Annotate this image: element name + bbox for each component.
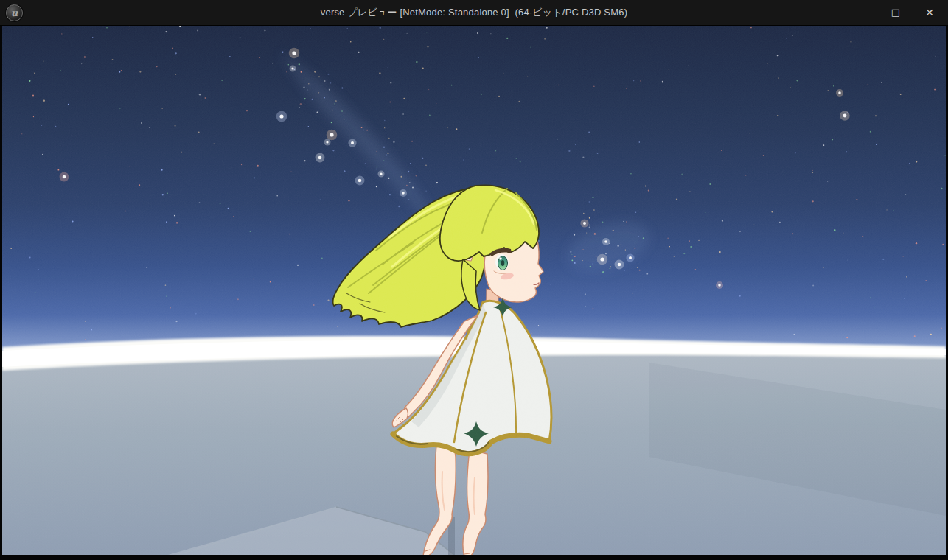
unreal-engine-logo-icon: u [6, 4, 23, 21]
game-viewport[interactable] [2, 25, 946, 555]
title-bar: u verse プレビュー [NetMode: Standalone 0] (6… [0, 0, 948, 26]
window-controls: — □ ✕ [845, 0, 947, 25]
window-title: verse プレビュー [NetMode: Standalone 0] (64-… [321, 0, 627, 25]
minimize-button[interactable]: — [845, 0, 879, 25]
maximize-button[interactable]: □ [879, 0, 913, 25]
scene-canvas [2, 25, 946, 555]
close-button[interactable]: ✕ [913, 0, 947, 25]
film-grain-overlay [2, 25, 946, 555]
